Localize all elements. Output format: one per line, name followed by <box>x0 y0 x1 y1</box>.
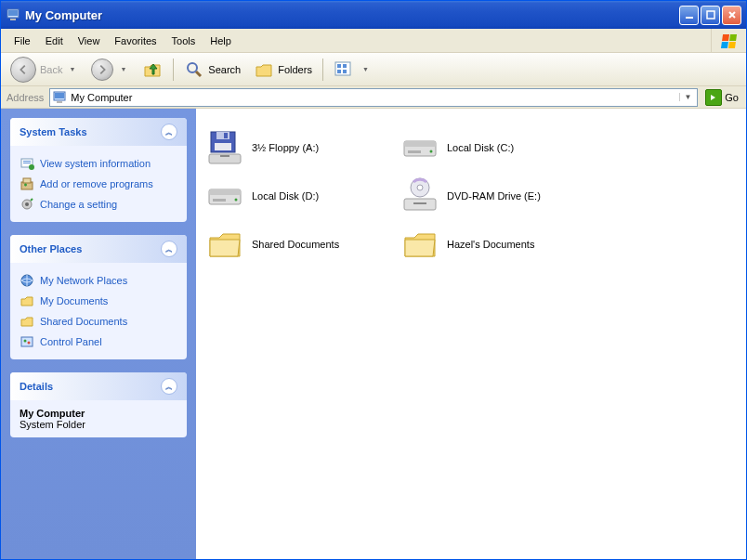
separator <box>173 59 174 81</box>
windows-logo <box>711 29 746 53</box>
minimize-button[interactable] <box>679 6 699 25</box>
menu-view[interactable]: View <box>71 33 108 49</box>
task-add-remove-programs[interactable]: Add or remove programs <box>20 174 177 194</box>
disk-icon <box>400 128 439 167</box>
computer-icon <box>6 7 20 22</box>
network-icon <box>20 273 34 288</box>
chevron-down-icon[interactable]: ▼ <box>679 93 695 101</box>
window-buttons <box>679 6 741 25</box>
back-button[interactable]: Back ▼ <box>5 55 84 85</box>
panel-other-places: Other Places ︽ My Network Places My Docu… <box>10 235 187 359</box>
go-label: Go <box>725 92 739 103</box>
svg-rect-39 <box>213 199 226 202</box>
chevron-down-icon: ▼ <box>66 66 78 72</box>
drive-floppy-a[interactable]: 3½ Floppy (A:) <box>202 124 397 172</box>
panel-title: Details <box>20 381 53 392</box>
panel-body: My Network Places My Documents Shared Do… <box>10 263 187 359</box>
settings-icon <box>20 197 34 212</box>
computer-icon <box>52 90 67 105</box>
folders-button[interactable]: Folders <box>248 58 318 82</box>
drive-local-d[interactable]: Local Disk (D:) <box>202 172 397 220</box>
place-my-documents[interactable]: My Documents <box>20 291 177 311</box>
programs-icon <box>20 176 34 191</box>
views-button[interactable]: ▼ <box>328 59 377 81</box>
floppy-icon <box>205 128 244 167</box>
svg-rect-9 <box>337 70 341 73</box>
drive-dvd-e[interactable]: DVD-RAM Drive (E:) <box>397 172 592 220</box>
toolbar: Back ▼ ▼ Search Folders ▼ <box>1 53 746 86</box>
svg-point-38 <box>235 199 238 202</box>
forward-button[interactable]: ▼ <box>85 57 135 83</box>
address-label: Address <box>5 92 46 103</box>
place-network[interactable]: My Network Places <box>20 270 177 291</box>
up-button[interactable] <box>137 58 168 82</box>
svg-point-24 <box>24 340 27 343</box>
folders-icon <box>254 59 274 80</box>
item-label: DVD-RAM Drive (E:) <box>447 190 541 202</box>
task-change-setting[interactable]: Change a setting <box>20 194 177 215</box>
svg-rect-1 <box>8 10 18 16</box>
menu-help[interactable]: Help <box>203 33 239 49</box>
svg-point-34 <box>430 150 433 153</box>
titlebar: My Computer <box>1 1 746 29</box>
info-icon <box>20 156 34 171</box>
svg-rect-8 <box>343 64 347 68</box>
folder-large-icon <box>400 225 439 264</box>
address-value: My Computer <box>71 92 675 103</box>
task-label: View system information <box>40 158 151 169</box>
dvd-icon <box>400 176 439 215</box>
folder-hazels-documents[interactable]: Hazel's Documents <box>397 220 592 268</box>
panel-header[interactable]: Other Places ︽ <box>10 235 187 263</box>
place-control-panel[interactable]: Control Panel <box>20 332 177 352</box>
window-title: My Computer <box>25 8 679 22</box>
panel-header[interactable]: Details ︽ <box>10 372 187 400</box>
close-button[interactable] <box>722 6 741 25</box>
folders-label: Folders <box>278 64 312 75</box>
svg-rect-31 <box>220 155 229 157</box>
svg-point-25 <box>28 342 31 345</box>
menu-edit[interactable]: Edit <box>38 33 71 49</box>
menu-file[interactable]: File <box>7 33 38 49</box>
svg-rect-35 <box>408 150 421 153</box>
panel-header[interactable]: System Tasks ︽ <box>10 118 187 146</box>
disk-icon <box>205 176 244 215</box>
svg-rect-2 <box>10 19 16 20</box>
svg-rect-15 <box>23 161 31 162</box>
folder-icon <box>20 314 34 329</box>
place-label: My Network Places <box>40 275 127 286</box>
menu-favorites[interactable]: Favorites <box>107 33 164 49</box>
search-label: Search <box>208 64 241 75</box>
separator <box>322 59 323 81</box>
item-label: 3½ Floppy (A:) <box>252 142 319 153</box>
svg-rect-7 <box>337 64 341 68</box>
panel-body: My Computer System Folder <box>10 400 187 437</box>
svg-rect-33 <box>404 141 436 147</box>
item-label: Hazel's Documents <box>447 239 534 250</box>
svg-rect-37 <box>209 189 241 195</box>
search-button[interactable]: Search <box>178 58 246 82</box>
svg-rect-12 <box>55 93 64 98</box>
item-label: Local Disk (C:) <box>447 142 514 153</box>
drive-local-c[interactable]: Local Disk (C:) <box>397 124 592 172</box>
control-icon <box>20 334 34 349</box>
svg-rect-3 <box>686 17 693 19</box>
folder-icon <box>20 293 34 308</box>
svg-rect-16 <box>23 163 31 163</box>
address-bar: Address My Computer ▼ Go <box>1 86 746 109</box>
search-icon <box>184 59 204 80</box>
chevron-down-icon: ▼ <box>117 66 129 72</box>
go-icon <box>705 89 722 106</box>
menu-tools[interactable]: Tools <box>164 33 203 49</box>
svg-point-21 <box>25 202 29 206</box>
views-icon <box>334 60 356 79</box>
svg-rect-4 <box>707 11 714 19</box>
collapse-icon: ︽ <box>161 241 177 257</box>
folder-shared-documents[interactable]: Shared Documents <box>202 220 397 268</box>
task-view-system-info[interactable]: View system information <box>20 153 177 174</box>
go-button[interactable]: Go <box>701 88 742 107</box>
panel-title: System Tasks <box>20 126 87 137</box>
place-shared-documents[interactable]: Shared Documents <box>20 311 177 332</box>
maximize-button[interactable] <box>701 6 720 25</box>
address-field[interactable]: My Computer ▼ <box>49 88 698 107</box>
svg-rect-19 <box>23 178 31 183</box>
